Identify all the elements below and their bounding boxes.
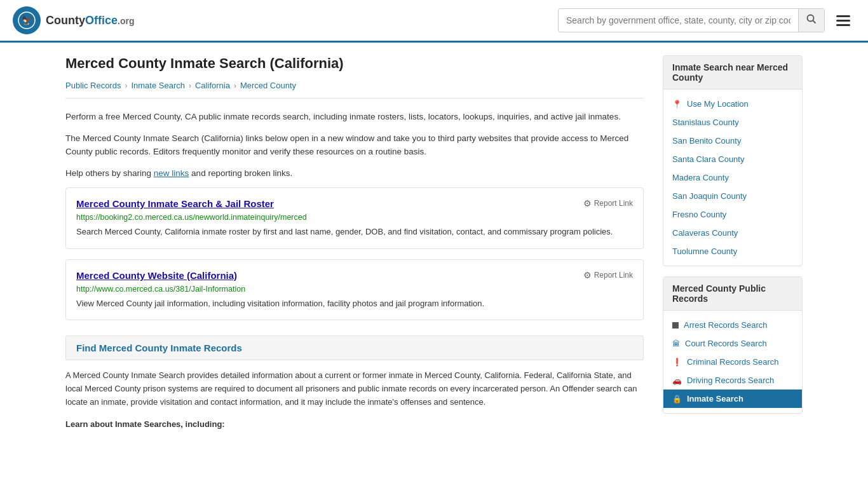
sidebar-item-tuolumne[interactable]: Tuolumne County <box>663 242 802 261</box>
report-link-2[interactable]: ⚙ Report Link <box>583 270 633 280</box>
menu-line <box>836 24 850 26</box>
breadcrumb-sep: › <box>189 81 191 90</box>
logo[interactable]: 🦅 CountyOffice.org <box>13 6 134 34</box>
sidebar-item-san-joaquin[interactable]: San Joaquin County <box>663 187 802 205</box>
records-section-header: Merced County Public Records <box>663 277 802 311</box>
svg-point-2 <box>808 15 814 22</box>
sidebar-criminal-records[interactable]: ❗ Criminal Records Search <box>663 353 802 371</box>
result-header-2: Merced County Website (California) ⚙ Rep… <box>76 270 633 281</box>
result-card-2: Merced County Website (California) ⚙ Rep… <box>65 259 644 321</box>
santa-clara-link[interactable]: Santa Clara County <box>672 154 744 164</box>
sidebar-item-fresno[interactable]: Fresno County <box>663 205 802 224</box>
san-joaquin-link[interactable]: San Joaquin County <box>672 191 747 201</box>
stanislaus-link[interactable]: Stanislaus County <box>672 118 739 127</box>
hamburger-menu-button[interactable] <box>831 13 855 29</box>
nearby-section: Inmate Search near Merced County 📍 Use M… <box>663 55 803 266</box>
calaveras-link[interactable]: Calaveras County <box>672 228 738 238</box>
tuolumne-link[interactable]: Tuolumne County <box>672 247 737 256</box>
breadcrumb-sep: › <box>234 81 236 90</box>
search-input[interactable] <box>559 10 798 30</box>
driving-records-link[interactable]: Driving Records Search <box>687 376 774 385</box>
arrest-icon <box>672 322 679 329</box>
page-title: Merced County Inmate Search (California) <box>65 55 644 72</box>
report-link-1[interactable]: ⚙ Report Link <box>583 198 633 208</box>
nearby-section-body: 📍 Use My Location Stanislaus County San … <box>663 90 802 266</box>
arrest-records-link[interactable]: Arrest Records Search <box>684 320 768 330</box>
description-1: Perform a free Merced County, CA public … <box>65 110 644 124</box>
madera-link[interactable]: Madera County <box>672 173 729 182</box>
site-header: 🦅 CountyOffice.org <box>0 0 868 43</box>
use-my-location-link[interactable]: Use My Location <box>687 99 749 109</box>
breadcrumb-merced-county[interactable]: Merced County <box>240 81 296 90</box>
report-label-1: Report Link <box>594 199 633 208</box>
result-card-1: Merced County Inmate Search & Jail Roste… <box>65 187 644 249</box>
result-desc-2: View Merced County jail information, inc… <box>76 297 633 310</box>
description-3: Help others by sharing new links and rep… <box>65 166 644 180</box>
description-2: The Merced County Inmate Search (Califor… <box>65 132 644 159</box>
court-icon: 🏛 <box>672 339 680 348</box>
breadcrumb-inmate-search[interactable]: Inmate Search <box>131 81 185 90</box>
report-label-2: Report Link <box>594 271 633 280</box>
find-section-header: Find Merced County Inmate Records <box>65 336 644 360</box>
records-section-body: Arrest Records Search 🏛 Court Records Se… <box>663 311 802 413</box>
nearby-section-header: Inmate Search near Merced County <box>663 56 802 90</box>
result-title-2[interactable]: Merced County Website (California) <box>76 270 237 281</box>
result-url-1: https://booking2.co.merced.ca.us/newworl… <box>76 213 633 222</box>
svg-text:🦅: 🦅 <box>22 15 33 26</box>
logo-icon: 🦅 <box>13 6 41 34</box>
new-links-link[interactable]: new links <box>154 168 189 178</box>
court-records-link[interactable]: Court Records Search <box>685 339 767 348</box>
sidebar-inmate-search[interactable]: 🔒 Inmate Search <box>663 390 802 408</box>
sidebar-item-stanislaus[interactable]: Stanislaus County <box>663 113 802 132</box>
sidebar-use-my-location[interactable]: 📍 Use My Location <box>663 95 802 113</box>
logo-text: CountyOffice.org <box>46 14 134 27</box>
menu-line <box>836 15 850 17</box>
breadcrumb: Public Records › Inmate Search › Califor… <box>65 81 644 98</box>
learn-title: Learn about Inmate Searches, including: <box>65 418 644 431</box>
main-content: Merced County Inmate Search (California)… <box>65 55 644 440</box>
sidebar-arrest-records[interactable]: Arrest Records Search <box>663 316 802 334</box>
sidebar-item-calaveras[interactable]: Calaveras County <box>663 224 802 242</box>
sidebar-item-madera[interactable]: Madera County <box>663 168 802 187</box>
breadcrumb-california[interactable]: California <box>195 81 230 90</box>
search-bar <box>558 8 825 32</box>
inmate-search-link[interactable]: Inmate Search <box>687 394 743 403</box>
location-icon: 📍 <box>672 100 682 109</box>
san-benito-link[interactable]: San Benito County <box>672 136 741 146</box>
sidebar-court-records[interactable]: 🏛 Court Records Search <box>663 334 802 353</box>
inmate-icon: 🔒 <box>672 395 682 403</box>
result-title-1[interactable]: Merced County Inmate Search & Jail Roste… <box>76 198 274 209</box>
criminal-icon: ❗ <box>672 358 682 367</box>
svg-line-3 <box>813 21 816 24</box>
menu-line <box>836 20 850 22</box>
report-icon-1: ⚙ <box>583 198 592 208</box>
fresno-link[interactable]: Fresno County <box>672 210 726 219</box>
breadcrumb-public-records[interactable]: Public Records <box>65 81 121 90</box>
result-desc-1: Search Merced County, California inmate … <box>76 226 633 238</box>
records-section: Merced County Public Records Arrest Reco… <box>663 276 803 414</box>
result-url-2: http://www.co.merced.ca.us/381/Jail-Info… <box>76 285 633 294</box>
find-section-title: Find Merced County Inmate Records <box>76 342 633 353</box>
criminal-records-link[interactable]: Criminal Records Search <box>687 357 779 367</box>
info-text: A Merced County Inmate Search provides d… <box>65 369 644 409</box>
breadcrumb-sep: › <box>125 81 127 90</box>
main-container: Merced County Inmate Search (California)… <box>53 43 815 453</box>
header-right <box>558 8 855 32</box>
driving-icon: 🚗 <box>672 376 682 385</box>
search-icon <box>806 14 817 24</box>
sidebar-item-san-benito[interactable]: San Benito County <box>663 132 802 150</box>
report-icon-2: ⚙ <box>583 270 592 280</box>
search-button[interactable] <box>798 9 824 32</box>
sidebar-driving-records[interactable]: 🚗 Driving Records Search <box>663 371 802 390</box>
sidebar: Inmate Search near Merced County 📍 Use M… <box>663 55 803 440</box>
result-header-1: Merced County Inmate Search & Jail Roste… <box>76 198 633 209</box>
sidebar-item-santa-clara[interactable]: Santa Clara County <box>663 150 802 168</box>
